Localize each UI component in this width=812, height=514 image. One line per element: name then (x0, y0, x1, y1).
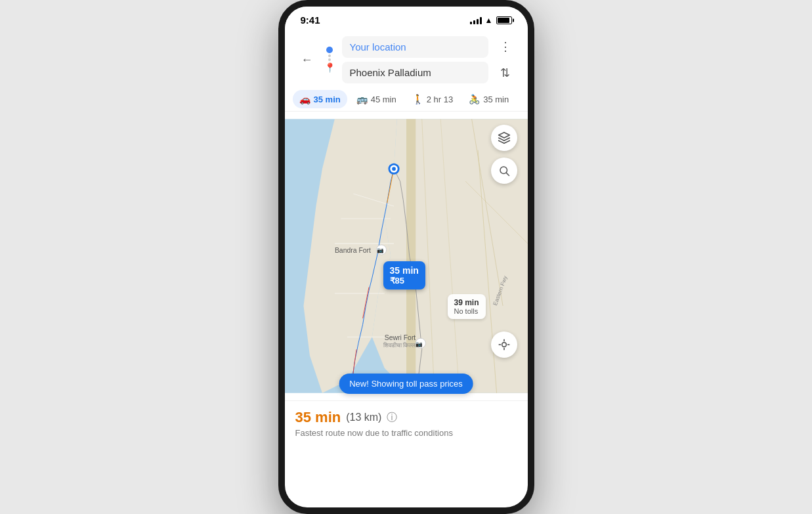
tab-walk[interactable]: 🚶 2 hr 13 (406, 90, 459, 108)
alt-route-notolls: No tolls (454, 307, 479, 315)
nav-header: ← 📍 Your location Phoenix Palladium ⋮ ⇅ (285, 30, 528, 87)
bike-icon: 🚴 (469, 94, 480, 104)
clock: 9:41 (301, 14, 320, 26)
svg-rect-3 (406, 119, 416, 393)
car-tab-label: 35 min (314, 95, 341, 104)
origin-dot (326, 47, 333, 53)
svg-line-27 (506, 173, 509, 175)
walk-tab-label: 2 hr 13 (427, 95, 453, 104)
walk-icon: 🚶 (412, 94, 423, 104)
transit-tab-label: 45 min (371, 95, 396, 104)
transport-tabs: 🚗 35 min 🚌 45 min 🚶 2 hr 13 🚴 35 min (285, 87, 528, 112)
tab-bike[interactable]: 🚴 35 min (462, 90, 515, 108)
alternate-route-label[interactable]: 39 min No tolls (448, 294, 486, 319)
primary-route-time: 35 min (390, 265, 419, 276)
primary-route-price: ₹85 (390, 276, 419, 286)
destination-input[interactable]: Phoenix Palladium (342, 62, 488, 83)
route-inputs: Your location Phoenix Palladium (342, 36, 488, 83)
svg-point-16 (392, 167, 396, 171)
destination-pin-icon: 📍 (324, 62, 335, 73)
toll-pass-tooltip: New! Showing toll pass prices (339, 374, 473, 394)
svg-point-28 (502, 343, 506, 347)
origin-input[interactable]: Your location (342, 36, 488, 58)
route-description: Fastest route now due to traffic conditi… (295, 428, 517, 438)
phone-frame: 9:41 ▲ ← 📍 Your location Pho (278, 0, 534, 514)
route-connector: 📍 (324, 47, 335, 73)
trip-duration: 35 min (295, 409, 341, 426)
tab-car[interactable]: 🚗 35 min (293, 90, 347, 108)
trip-distance: (13 km) (346, 412, 381, 423)
battery-icon (496, 16, 512, 24)
status-bar: 9:41 ▲ (285, 7, 528, 30)
svg-text:📷: 📷 (376, 247, 383, 254)
my-location-button[interactable] (491, 332, 517, 358)
bike-tab-label: 35 min (483, 95, 509, 104)
back-button[interactable]: ← (295, 48, 319, 72)
bottom-panel: 35 min (13 km) ⓘ Fastest route now due t… (285, 400, 528, 443)
wifi-icon: ▲ (485, 16, 493, 25)
swap-routes-button[interactable]: ⇅ (494, 61, 517, 85)
car-icon: 🚗 (299, 94, 310, 104)
alt-route-time: 39 min (454, 298, 479, 307)
layers-button[interactable] (491, 125, 517, 151)
tab-transit[interactable]: 🚌 45 min (350, 90, 403, 108)
connector-dot-1 (328, 54, 331, 57)
svg-text:📷: 📷 (416, 341, 423, 348)
connector-dot-2 (328, 58, 331, 61)
signal-icon (470, 16, 482, 24)
svg-text:शिवडीचा किल्ला: शिवडीचा किल्ला (382, 342, 417, 349)
map-search-button[interactable] (491, 158, 517, 184)
svg-text:Sewri Fort: Sewri Fort (384, 334, 416, 341)
svg-text:Bandra Fort: Bandra Fort (334, 247, 370, 254)
primary-route-label[interactable]: 35 min ₹85 (383, 261, 425, 289)
map-area[interactable]: Bandra Fort 📷 Sewri Fort शिवडीचा किल्ला … (285, 112, 528, 400)
status-icons: ▲ (470, 16, 512, 25)
duration-line: 35 min (13 km) ⓘ (295, 409, 517, 426)
more-options-button[interactable]: ⋮ (494, 35, 517, 58)
transit-icon: 🚌 (356, 94, 368, 104)
route-info-button[interactable]: ⓘ (387, 411, 397, 425)
